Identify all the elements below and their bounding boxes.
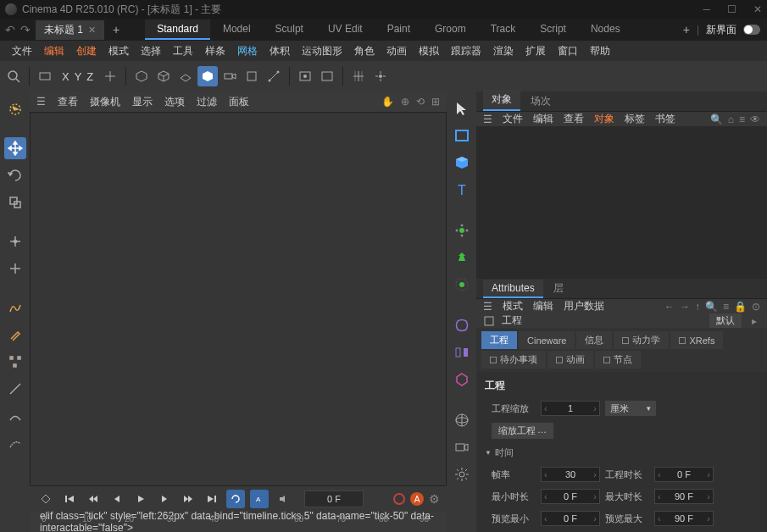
search-icon[interactable]	[3, 66, 24, 86]
prev-frame-button[interactable]	[108, 490, 126, 508]
menu-window[interactable]: 窗口	[553, 42, 583, 60]
vp-menu-filter[interactable]: 过滤	[197, 95, 217, 109]
menu-mesh[interactable]: 网格	[232, 42, 263, 60]
minimize-button[interactable]: ─	[703, 3, 710, 15]
nav-up-icon[interactable]: ↑	[695, 301, 700, 313]
sphere-grid-icon[interactable]	[450, 408, 474, 432]
section-time[interactable]: 时间	[485, 445, 759, 461]
menu-volume[interactable]: 体积	[264, 42, 295, 60]
layout-standard[interactable]: Standard	[145, 19, 210, 40]
play-button[interactable]	[131, 490, 150, 508]
filter-icon[interactable]: ≡	[739, 114, 745, 125]
nav-fwd-icon[interactable]: →	[680, 301, 690, 313]
fps-field[interactable]: 30	[541, 467, 600, 482]
obj-menu-view[interactable]: 查看	[564, 112, 584, 126]
attr-menu-userdata[interactable]: 用户数据	[564, 299, 604, 313]
menu-render[interactable]: 渲染	[488, 42, 519, 60]
attr-menu-edit[interactable]: 编辑	[533, 299, 553, 313]
atab-project[interactable]: 工程	[481, 331, 517, 349]
menu-simulate[interactable]: 模拟	[414, 42, 444, 60]
cube-wire-icon[interactable]	[153, 66, 174, 86]
eye-icon[interactable]: 👁	[750, 114, 760, 125]
instance-icon[interactable]	[450, 368, 474, 391]
light-icon[interactable]	[450, 463, 474, 486]
menu-help[interactable]: 帮助	[585, 42, 615, 60]
default-preset-button[interactable]: 默认	[709, 313, 742, 328]
live-select-tool[interactable]	[4, 98, 26, 120]
axis-lock-icon[interactable]	[100, 66, 120, 86]
rotate-tool[interactable]	[4, 164, 26, 186]
doc-tab-close-icon[interactable]: ✕	[88, 25, 96, 36]
layout-script[interactable]: Script	[528, 19, 578, 40]
unit-dropdown[interactable]: 厘米	[605, 401, 656, 416]
loop-button[interactable]	[226, 490, 245, 508]
knife-tool-icon[interactable]	[4, 378, 26, 400]
vp-menu-options[interactable]: 选项	[164, 95, 185, 109]
next-frame-button[interactable]	[155, 490, 174, 508]
vp-hand-icon[interactable]: ✋	[381, 96, 394, 108]
viewport[interactable]	[30, 112, 447, 486]
camera-add-icon[interactable]	[450, 435, 474, 459]
obj-menu-bookmarks[interactable]: 书签	[655, 112, 675, 126]
rectangle-icon[interactable]	[450, 124, 474, 147]
coord-system-icon[interactable]	[35, 66, 55, 86]
timeline-settings-icon[interactable]: ⚙	[429, 492, 440, 506]
tab-takes[interactable]: 场次	[522, 91, 559, 111]
atab-xrefs[interactable]: XRefs	[670, 331, 723, 349]
document-tab[interactable]: 未标题 1 ✕	[36, 20, 104, 40]
obj-menu-tags[interactable]: 标签	[625, 112, 645, 126]
vp-menu-display[interactable]: 显示	[132, 95, 153, 109]
menu-tracker[interactable]: 跟踪器	[446, 42, 486, 60]
menu-animation[interactable]: 动画	[381, 42, 412, 60]
redo-icon[interactable]: ↷	[20, 23, 31, 36]
go-end-button[interactable]	[203, 490, 221, 508]
edge-tool-icon[interactable]	[4, 405, 26, 427]
layout-sculpt[interactable]: Sculpt	[264, 19, 315, 40]
home-icon[interactable]: ⌂	[728, 114, 734, 125]
points-edit-icon[interactable]	[4, 351, 26, 373]
add-layout-button[interactable]: +	[683, 23, 690, 36]
hamburger-icon[interactable]: ☰	[483, 301, 492, 313]
prev-key-button[interactable]	[84, 490, 103, 508]
search-icon[interactable]: 🔍	[710, 114, 723, 125]
tab-layers[interactable]: 层	[545, 279, 572, 298]
timeline-ruler[interactable]: 0 10 20 30 40 elif class="tick" style="l…	[30, 512, 447, 532]
atab-todo[interactable]: 待办事项	[481, 351, 546, 369]
cube-primitive-button[interactable]	[197, 66, 218, 86]
go-start-button[interactable]	[60, 490, 79, 508]
prevmin-field[interactable]: 0 F	[541, 511, 600, 526]
symmetry-icon[interactable]	[450, 341, 474, 364]
obj-menu-edit[interactable]: 编辑	[533, 112, 553, 126]
menu-select[interactable]: 选择	[136, 42, 166, 60]
cloner-icon[interactable]	[450, 219, 474, 242]
project-scale-field[interactable]: 1	[541, 401, 600, 416]
nav-back-icon[interactable]: ←	[664, 301, 675, 313]
atab-cineware[interactable]: Cineware	[519, 331, 575, 349]
new-doc-button[interactable]: +	[104, 23, 128, 36]
sound-button[interactable]	[274, 490, 292, 508]
atab-anim[interactable]: 动画	[547, 351, 593, 369]
points-mode-icon[interactable]	[4, 230, 26, 252]
current-frame-field[interactable]: 0 F	[304, 490, 364, 507]
menu-spline[interactable]: 样条	[200, 42, 231, 60]
search-icon[interactable]: 🔍	[705, 301, 718, 313]
floor-icon[interactable]	[175, 66, 196, 86]
maximize-button[interactable]: ☐	[727, 3, 736, 15]
record-button[interactable]	[393, 493, 405, 505]
menu-mograph[interactable]: 运动图形	[297, 42, 347, 60]
vp-rotate-icon[interactable]: ⟲	[416, 96, 425, 108]
obj-menu-file[interactable]: 文件	[503, 112, 523, 126]
hexagon-icon[interactable]	[131, 66, 152, 86]
hamburger-icon[interactable]: ☰	[36, 96, 46, 108]
hamburger-icon[interactable]: ☰	[483, 114, 492, 125]
atab-info[interactable]: 信息	[576, 331, 612, 349]
filter-icon[interactable]: ≡	[723, 301, 729, 313]
obj-menu-objects[interactable]: 对象	[594, 112, 614, 126]
next-key-button[interactable]	[179, 490, 197, 508]
layout-paint[interactable]: Paint	[375, 19, 422, 40]
layout-uvedit[interactable]: UV Edit	[316, 19, 375, 40]
plane-icon[interactable]	[242, 66, 262, 86]
menu-tools[interactable]: 工具	[168, 42, 198, 60]
polygon-tool-icon[interactable]	[4, 432, 26, 454]
minlen-field[interactable]: 0 F	[541, 489, 600, 504]
